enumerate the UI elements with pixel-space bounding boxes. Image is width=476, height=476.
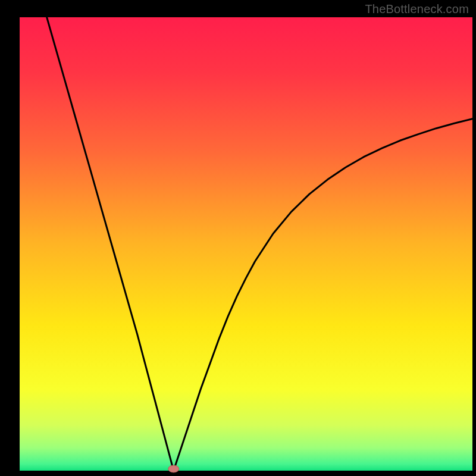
minimum-marker [168, 465, 179, 472]
bottleneck-chart [0, 0, 476, 476]
chart-stage: TheBottleneck.com [0, 0, 476, 476]
watermark-label: TheBottleneck.com [365, 2, 469, 16]
plot-background [20, 17, 472, 471]
